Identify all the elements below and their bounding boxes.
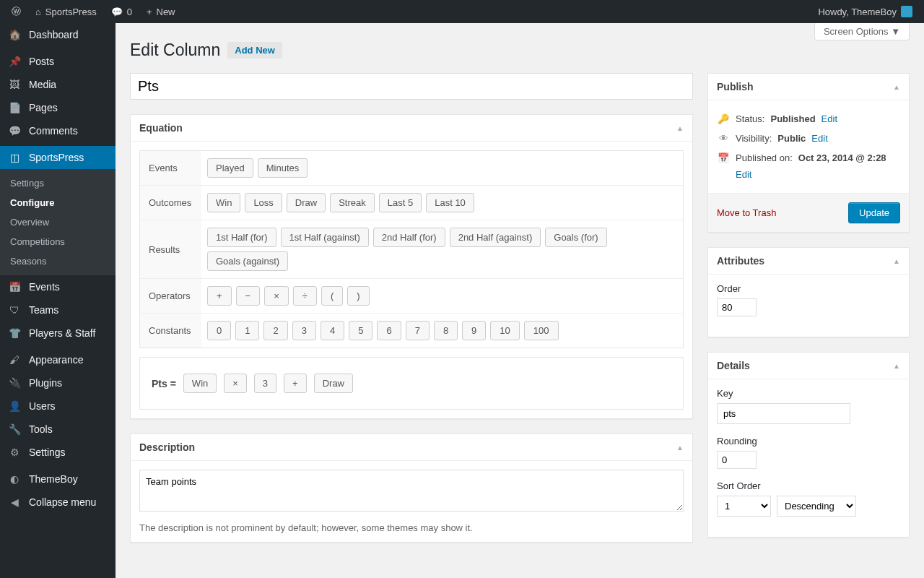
chip[interactable]: 9 bbox=[462, 321, 486, 340]
sub-overview[interactable]: Overview bbox=[0, 212, 116, 232]
heading-text: Attributes bbox=[717, 255, 764, 267]
chip[interactable]: + bbox=[207, 286, 232, 306]
description-textarea[interactable] bbox=[139, 470, 684, 512]
wrench-icon: 🔧 bbox=[7, 423, 22, 435]
chip[interactable]: 0 bbox=[207, 321, 231, 340]
menu-themeboy[interactable]: ◐ThemeBoy bbox=[0, 467, 116, 491]
menu-label: Comments bbox=[29, 125, 78, 137]
menu-tools[interactable]: 🔧Tools bbox=[0, 418, 116, 441]
attributes-heading[interactable]: Attributes▲ bbox=[708, 248, 909, 275]
chip[interactable]: 8 bbox=[434, 321, 458, 340]
order-input[interactable] bbox=[717, 298, 757, 316]
menu-appearance[interactable]: 🖌Appearance bbox=[0, 348, 116, 371]
chip[interactable]: 1 bbox=[235, 321, 259, 340]
published-edit-link[interactable]: Edit bbox=[717, 169, 900, 180]
key-input[interactable] bbox=[717, 403, 850, 424]
chip[interactable]: 1st Half (against) bbox=[281, 228, 369, 247]
chip[interactable]: ) bbox=[347, 286, 369, 306]
chip[interactable]: 10 bbox=[490, 321, 519, 340]
chip[interactable]: Minutes bbox=[258, 158, 308, 178]
details-heading[interactable]: Details▲ bbox=[708, 353, 909, 379]
rounding-label: Rounding bbox=[717, 436, 900, 447]
site-name[interactable]: ⌂SportsPress bbox=[30, 0, 103, 23]
toggle-icon[interactable]: ▲ bbox=[676, 124, 684, 132]
menu-users[interactable]: 👤Users bbox=[0, 394, 116, 418]
chip[interactable]: Loss bbox=[245, 193, 282, 212]
chip[interactable]: Last 5 bbox=[379, 193, 422, 212]
menu-comments[interactable]: 💬Comments bbox=[0, 119, 116, 142]
chip[interactable]: 2nd Half (against) bbox=[450, 228, 541, 247]
wp-logo[interactable]: ⓦ bbox=[6, 0, 27, 23]
row-operators: Operators +−×÷() bbox=[140, 279, 683, 314]
rounding-input[interactable] bbox=[717, 451, 757, 469]
equation-heading[interactable]: Equation▲ bbox=[131, 115, 692, 142]
menu-players-staff[interactable]: 👕Players & Staff bbox=[0, 322, 116, 345]
chip[interactable]: 5 bbox=[349, 321, 372, 340]
chip[interactable]: Goals (for) bbox=[545, 228, 606, 247]
chip[interactable]: Last 10 bbox=[426, 193, 474, 212]
menu-label: Events bbox=[29, 281, 60, 293]
sub-seasons[interactable]: Seasons bbox=[0, 251, 116, 271]
move-to-trash-link[interactable]: Move to Trash bbox=[717, 207, 776, 218]
chip[interactable]: 3 bbox=[254, 374, 276, 393]
menu-pages[interactable]: 📄Pages bbox=[0, 96, 116, 119]
chip[interactable]: 4 bbox=[321, 321, 344, 340]
menu-teams[interactable]: 🛡Teams bbox=[0, 298, 116, 322]
chip[interactable]: Played bbox=[207, 158, 253, 178]
visibility-edit-link[interactable]: Edit bbox=[811, 133, 827, 144]
description-heading[interactable]: Description▲ bbox=[131, 434, 692, 461]
chip[interactable]: 7 bbox=[406, 321, 430, 340]
chip[interactable]: Win bbox=[183, 374, 217, 393]
sort-dir-select[interactable]: Descending bbox=[777, 496, 856, 517]
chip[interactable]: × bbox=[264, 286, 289, 306]
add-new-button[interactable]: Add New bbox=[227, 42, 282, 59]
column-title-input[interactable] bbox=[130, 73, 693, 100]
menu-label: Dashboard bbox=[29, 29, 79, 40]
toggle-icon[interactable]: ▲ bbox=[893, 83, 900, 91]
new-content[interactable]: +New bbox=[141, 0, 181, 23]
status-edit-link[interactable]: Edit bbox=[821, 113, 837, 124]
chip[interactable]: 100 bbox=[524, 321, 559, 340]
chip[interactable]: × bbox=[224, 374, 247, 393]
site-label: SportsPress bbox=[45, 7, 97, 17]
published-value: Oct 23, 2014 @ 2:28 bbox=[798, 152, 886, 163]
chip[interactable]: + bbox=[284, 374, 307, 393]
screen-options-toggle[interactable]: Screen Options ▼ bbox=[814, 23, 910, 40]
sub-settings[interactable]: Settings bbox=[0, 173, 116, 193]
chip[interactable]: Win bbox=[207, 193, 240, 212]
chip[interactable]: ( bbox=[321, 286, 343, 306]
chip[interactable]: 2 bbox=[263, 321, 287, 340]
publish-box: Publish▲ 🔑 Status: Published Edit 👁 Visi… bbox=[707, 73, 910, 233]
menu-dashboard[interactable]: 🏠Dashboard bbox=[0, 23, 116, 46]
menu-plugins[interactable]: 🔌Plugins bbox=[0, 371, 116, 394]
menu-posts[interactable]: 📌Posts bbox=[0, 50, 116, 73]
chip[interactable]: 2nd Half (for) bbox=[373, 228, 445, 247]
sort-num-select[interactable]: 1 bbox=[717, 496, 771, 517]
chip[interactable]: ÷ bbox=[293, 286, 317, 306]
toggle-icon[interactable]: ▲ bbox=[893, 257, 900, 265]
chip[interactable]: Goals (against) bbox=[207, 251, 288, 271]
comments-bubble[interactable]: 💬0 bbox=[105, 0, 138, 23]
collapse-menu[interactable]: ◀Collapse menu bbox=[0, 491, 116, 514]
new-label: New bbox=[157, 7, 175, 17]
menu-media[interactable]: 🖼Media bbox=[0, 73, 116, 96]
page-title: Edit Column Add New bbox=[130, 40, 910, 60]
toggle-icon[interactable]: ▲ bbox=[676, 444, 684, 452]
publish-heading[interactable]: Publish▲ bbox=[708, 74, 909, 100]
update-button[interactable]: Update bbox=[848, 202, 900, 223]
sub-configure[interactable]: Configure bbox=[0, 193, 116, 212]
chip[interactable]: Draw bbox=[314, 374, 353, 393]
chip[interactable]: Draw bbox=[287, 193, 326, 212]
chip[interactable]: 6 bbox=[377, 321, 401, 340]
howdy-account[interactable]: Howdy, ThemeBoy bbox=[812, 0, 918, 23]
sub-competitions[interactable]: Competitions bbox=[0, 232, 116, 251]
chip[interactable]: 1st Half (for) bbox=[207, 228, 276, 247]
menu-settings[interactable]: ⚙Settings bbox=[0, 441, 116, 464]
toggle-icon[interactable]: ▲ bbox=[893, 362, 900, 370]
chip[interactable]: − bbox=[236, 286, 261, 306]
chip[interactable]: 3 bbox=[292, 321, 316, 340]
menu-sportspress[interactable]: ◫SportsPress bbox=[0, 146, 116, 169]
chip[interactable]: Streak bbox=[330, 193, 375, 212]
media-icon: 🖼 bbox=[7, 79, 22, 90]
menu-events[interactable]: 📅Events bbox=[0, 275, 116, 298]
